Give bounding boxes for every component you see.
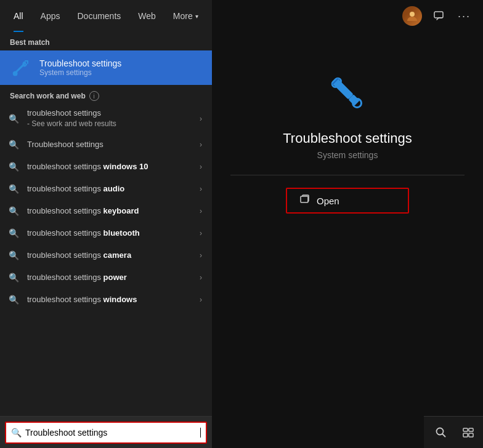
- list-item[interactable]: 🔍 troubleshoot settings windows 10 ›: [0, 156, 212, 178]
- svg-rect-12: [463, 433, 468, 437]
- tab-documents[interactable]: Documents: [68, 0, 129, 32]
- list-item[interactable]: 🔍 troubleshoot settings - See work and w…: [0, 103, 212, 134]
- list-item[interactable]: 🔍 troubleshoot settings bluetooth ›: [0, 222, 212, 244]
- detail-open-button[interactable]: Open: [286, 188, 409, 214]
- detail-title: Troubleshoot settings: [283, 130, 412, 146]
- search-icon: 🔍: [7, 227, 20, 239]
- chevron-down-icon: ▾: [195, 13, 198, 20]
- chevron-right-icon: ›: [200, 162, 202, 171]
- list-item[interactable]: 🔍 Troubleshoot settings ›: [0, 134, 212, 156]
- search-input[interactable]: [25, 428, 200, 438]
- svg-rect-11: [469, 428, 473, 431]
- info-icon[interactable]: i: [89, 91, 99, 101]
- search-icon: 🔍: [7, 138, 20, 151]
- search-panel: All Apps Documents Web More ▾ Best match: [0, 0, 212, 448]
- search-icon: 🔍: [7, 113, 20, 125]
- taskbar: ENG: [424, 416, 483, 448]
- chevron-right-icon: ›: [200, 251, 202, 260]
- chevron-right-icon: ›: [200, 114, 202, 123]
- detail-wrench-icon: [323, 69, 372, 118]
- search-work-web-section: Search work and web i: [0, 85, 212, 103]
- feedback-icon[interactable]: [431, 8, 447, 24]
- search-icon: 🔍: [7, 183, 20, 195]
- search-icon: 🔍: [7, 161, 20, 173]
- more-options-icon[interactable]: ···: [455, 7, 473, 25]
- chevron-right-icon: ›: [200, 185, 202, 193]
- search-icon: 🔍: [7, 205, 20, 217]
- best-match-label: Best match: [0, 32, 212, 50]
- best-match-item[interactable]: Troubleshoot settings System settings: [0, 50, 212, 85]
- search-input-wrapper[interactable]: 🔍: [5, 422, 207, 444]
- detail-divider: [230, 175, 465, 175]
- list-item[interactable]: 🔍 troubleshoot settings keyboard ›: [0, 200, 212, 222]
- svg-rect-8: [301, 196, 308, 202]
- chevron-right-icon: ›: [200, 140, 202, 149]
- taskbar-search-icon[interactable]: [429, 420, 453, 445]
- detail-open-label: Open: [317, 196, 339, 206]
- svg-rect-10: [463, 428, 468, 431]
- detail-content: Troubleshoot settings System settings Op…: [212, 32, 483, 448]
- tab-all[interactable]: All: [5, 0, 32, 32]
- search-input-bar: 🔍: [0, 416, 212, 448]
- detail-subtitle: System settings: [317, 150, 378, 160]
- list-item[interactable]: 🔍 troubleshoot settings audio ›: [0, 178, 212, 200]
- detail-panel: ··· Troubleshoot settings System se: [212, 0, 483, 448]
- svg-point-9: [437, 428, 444, 434]
- best-match-text: Troubleshoot settings System settings: [39, 58, 121, 77]
- detail-toolbar: ···: [212, 0, 483, 32]
- list-item[interactable]: 🔍 troubleshoot settings windows ›: [0, 289, 212, 311]
- chevron-right-icon: ›: [200, 295, 202, 304]
- chevron-right-icon: ›: [200, 229, 202, 238]
- wrench-icon: [10, 57, 32, 79]
- svg-rect-2: [434, 12, 443, 18]
- search-icon: 🔍: [7, 294, 20, 306]
- chevron-right-icon: ›: [200, 273, 202, 282]
- search-icon: 🔍: [7, 249, 20, 262]
- list-item[interactable]: 🔍 troubleshoot settings power ›: [0, 266, 212, 289]
- search-cursor: [200, 428, 201, 438]
- avatar[interactable]: [402, 6, 422, 26]
- search-icon: 🔍: [7, 271, 20, 284]
- tab-apps[interactable]: Apps: [32, 0, 69, 32]
- tab-more[interactable]: More ▾: [164, 0, 207, 32]
- tab-web[interactable]: Web: [129, 0, 164, 32]
- list-item[interactable]: 🔍 troubleshoot settings camera ›: [0, 244, 212, 266]
- open-window-icon: [299, 194, 310, 207]
- chevron-right-icon: ›: [200, 207, 202, 215]
- search-bar-icon: 🔍: [11, 428, 22, 438]
- taskbar-taskview-icon[interactable]: [456, 420, 481, 445]
- tab-bar: All Apps Documents Web More ▾: [0, 0, 212, 32]
- svg-rect-13: [469, 433, 473, 437]
- results-list: 🔍 troubleshoot settings - See work and w…: [0, 103, 212, 416]
- svg-point-1: [410, 12, 415, 17]
